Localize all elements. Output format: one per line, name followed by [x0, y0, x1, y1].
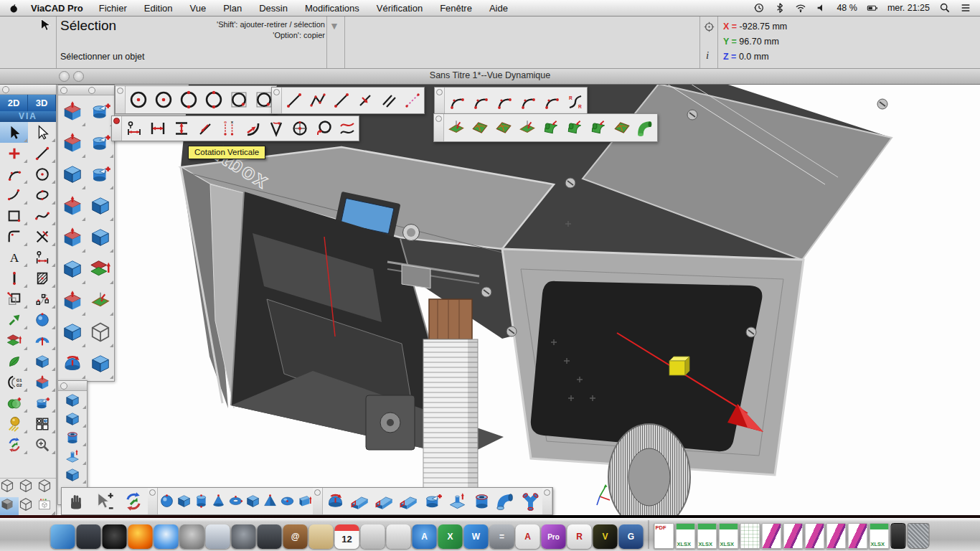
solid-revolve[interactable] — [323, 489, 347, 514]
menu-dessin[interactable]: Dessin — [259, 3, 288, 14]
printer-model[interactable]: itbox — [181, 84, 892, 515]
dock-doc-draft-2[interactable] — [783, 523, 804, 549]
solid-hole-cube[interactable] — [58, 428, 87, 447]
dock-preview[interactable] — [387, 524, 411, 549]
dock-r-app[interactable]: R — [567, 524, 592, 549]
dock-viacad-pro[interactable]: Pro — [542, 524, 566, 549]
tool-boolean-add[interactable] — [86, 95, 114, 127]
ellipse-tool[interactable] — [28, 184, 56, 205]
dock-app-store[interactable]: A — [413, 524, 437, 549]
dim-oblique[interactable] — [193, 118, 217, 139]
tool-face-rotate[interactable] — [58, 222, 86, 253]
circle-two-point[interactable] — [176, 88, 201, 112]
toolbar-handle[interactable] — [116, 86, 126, 113]
dim-radial[interactable] — [240, 118, 264, 139]
dim-smart[interactable] — [122, 118, 146, 139]
surface-loft[interactable] — [586, 117, 610, 138]
tool-face-offset[interactable] — [86, 190, 114, 222]
window-close-button[interactable] — [59, 71, 70, 82]
spline-tool[interactable] — [28, 205, 56, 226]
rotate-view-tool[interactable] — [119, 489, 148, 514]
dock-doc-draft-3[interactable] — [805, 523, 825, 549]
solid-cube[interactable] — [58, 391, 87, 410]
info-icon[interactable]: i — [706, 50, 709, 62]
line-polyline[interactable] — [306, 90, 329, 111]
battery-icon[interactable] — [867, 2, 878, 14]
view-wireframe-3[interactable] — [37, 479, 56, 497]
solid-boss[interactable] — [58, 447, 87, 466]
view-wireframe-2[interactable] — [19, 479, 37, 497]
surface-net[interactable] — [468, 117, 491, 138]
viewport-3d[interactable]: itbox — [0, 84, 980, 515]
dock-excel[interactable]: X — [438, 524, 463, 549]
loft-tool[interactable] — [0, 330, 28, 351]
rectangle-tool[interactable] — [0, 205, 28, 226]
fillet-tool[interactable] — [0, 226, 28, 247]
notification-list-icon[interactable] — [960, 2, 971, 14]
dock-dashboard[interactable] — [103, 524, 127, 549]
arc-center-angle[interactable] — [516, 91, 540, 113]
palette-close-button[interactable] — [2, 86, 9, 93]
offset-tool[interactable] — [0, 288, 28, 309]
menu-edition[interactable]: Edition — [144, 3, 173, 14]
menu-aide[interactable]: Aide — [489, 3, 508, 14]
dock-launchpad[interactable] — [232, 524, 256, 549]
text-tool[interactable] — [0, 247, 28, 268]
curvature-analysis-tool[interactable] — [0, 372, 28, 392]
solid-shell-box[interactable] — [58, 466, 87, 484]
menu-modifications[interactable]: Modifications — [305, 3, 359, 14]
document-title-bar[interactable]: Sans Titre 1*--Vue Dynamique — [0, 68, 980, 85]
toolbar-handle[interactable] — [542, 488, 552, 514]
point-tool[interactable] — [0, 143, 28, 164]
dimension-tool[interactable] — [28, 247, 56, 268]
dim-horizontal[interactable] — [146, 118, 169, 139]
surface-plane[interactable] — [444, 117, 468, 138]
window-minimize-button[interactable] — [73, 71, 84, 82]
dock-finder[interactable] — [51, 524, 75, 549]
tool-options-dropdown[interactable]: ▼ — [329, 20, 339, 32]
dock-firefox[interactable] — [128, 524, 153, 549]
tool-boolean-intersect[interactable] — [86, 159, 114, 190]
arc-fillet-radius[interactable] — [563, 91, 587, 113]
tool-face-replace[interactable] — [86, 253, 114, 285]
dim-curve[interactable] — [335, 118, 359, 139]
tool-blend-solid[interactable] — [86, 348, 114, 380]
solid-chamfer-cube[interactable] — [58, 410, 87, 428]
blend-tool[interactable] — [0, 351, 28, 372]
orbit-tool[interactable] — [0, 434, 28, 455]
circle-three-point[interactable] — [201, 88, 226, 112]
primitive-cube[interactable] — [175, 489, 192, 514]
circle-center-point[interactable] — [151, 88, 176, 112]
snap-target-icon[interactable] — [703, 21, 715, 33]
select-transform-tool[interactable] — [28, 122, 56, 143]
dim-circular[interactable] — [311, 118, 335, 139]
time-machine-icon[interactable] — [753, 2, 765, 14]
solid-sweep-profile[interactable] — [396, 489, 420, 514]
circle-tangent-two[interactable] — [226, 88, 251, 112]
dock-doc-sheet[interactable] — [740, 523, 760, 549]
volume-icon[interactable] — [816, 2, 827, 14]
layout-grid-tool[interactable] — [28, 413, 56, 434]
view-shaded[interactable] — [0, 497, 19, 516]
tool-section[interactable] — [86, 316, 114, 348]
push-face-tool[interactable] — [28, 372, 56, 392]
sphere-tool[interactable] — [28, 309, 56, 330]
primitive-sphere[interactable] — [158, 489, 175, 514]
line-angle[interactable] — [329, 90, 353, 111]
tab-2d[interactable]: 2D — [0, 95, 28, 111]
dock-device[interactable] — [891, 523, 906, 549]
drawing-canvas[interactable]: itbox — [0, 84, 980, 515]
dock-media-apps[interactable] — [258, 524, 282, 549]
view-window[interactable] — [37, 497, 56, 516]
dock-doc-draft-4[interactable] — [826, 523, 847, 549]
palette-title-bar[interactable] — [58, 85, 114, 95]
solid-emboss[interactable] — [445, 489, 469, 514]
tool-shell[interactable] — [58, 95, 86, 127]
tool-compare[interactable] — [58, 159, 86, 190]
arc-tangent[interactable] — [540, 91, 563, 113]
line-construction[interactable] — [400, 90, 424, 111]
primitive-cylinder[interactable] — [192, 489, 209, 514]
primitive-cone[interactable] — [209, 489, 227, 514]
dim-angular[interactable] — [264, 118, 288, 139]
select-tool[interactable] — [0, 122, 28, 143]
